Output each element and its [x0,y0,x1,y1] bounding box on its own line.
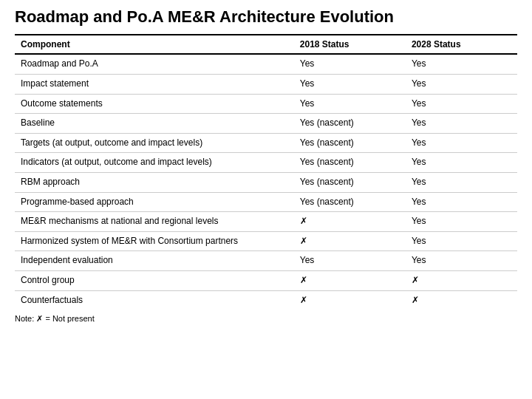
table-row: Impact statementYesYes [15,74,517,94]
cell-component: Outcome statements [15,94,294,114]
table-row: RBM approachYes (nascent)Yes [15,172,517,192]
cell-2018: Yes (nascent) [294,192,406,212]
cell-2018: ✗ [294,212,406,232]
cell-2028: Yes [406,153,517,173]
table-row: Independent evaluationYesYes [15,251,517,271]
cell-component: Programme-based approach [15,192,294,212]
table-row: Harmonized system of ME&R with Consortiu… [15,231,517,251]
cell-2018: Yes [294,74,406,94]
cell-2018: ✗ [294,231,406,251]
cell-component: Indicators (at output, outcome and impac… [15,153,294,173]
cell-2018: Yes (nascent) [294,172,406,192]
cell-2028: Yes [406,54,517,74]
cell-component: Targets (at output, outcome and impact l… [15,133,294,153]
cell-2028: Yes [406,172,517,192]
table-row: Programme-based approachYes (nascent)Yes [15,192,517,212]
cell-2028: Yes [406,74,517,94]
note: Note: ✗ = Not present [15,314,517,324]
cell-2028: Yes [406,133,517,153]
table-header-row: Component 2018 Status 2028 Status [15,35,517,54]
cell-2018: Yes [294,94,406,114]
table-row: Counterfactuals✗✗ [15,290,517,310]
cell-2028: ✗ [406,290,517,310]
table-row: Outcome statementsYesYes [15,94,517,114]
cell-component: Roadmap and Po.A [15,54,294,74]
table-row: ME&R mechanisms at national and regional… [15,212,517,232]
main-table: Component 2018 Status 2028 Status Roadma… [15,34,517,310]
cell-2018: Yes (nascent) [294,153,406,173]
cell-component: Harmonized system of ME&R with Consortiu… [15,231,294,251]
table-row: Roadmap and Po.AYesYes [15,54,517,74]
cell-component: Control group [15,270,294,290]
cell-2018: ✗ [294,270,406,290]
cell-component: RBM approach [15,172,294,192]
cell-2028: Yes [406,212,517,232]
table-row: BaselineYes (nascent)Yes [15,114,517,134]
cell-2028: ✗ [406,270,517,290]
cell-2028: Yes [406,114,517,134]
cell-component: Impact statement [15,74,294,94]
table-row: Targets (at output, outcome and impact l… [15,133,517,153]
page-title: Roadmap and Po.A ME&R Architecture Evolu… [15,7,517,27]
cell-component: Baseline [15,114,294,134]
cell-component: Independent evaluation [15,251,294,271]
table-row: Indicators (at output, outcome and impac… [15,153,517,173]
header-2018: 2018 Status [294,35,406,54]
header-component: Component [15,35,294,54]
cell-component: Counterfactuals [15,290,294,310]
cell-component: ME&R mechanisms at national and regional… [15,212,294,232]
cell-2018: ✗ [294,290,406,310]
header-2028: 2028 Status [406,35,517,54]
cell-2028: Yes [406,251,517,271]
cell-2018: Yes [294,54,406,74]
cell-2018: Yes (nascent) [294,133,406,153]
table-row: Control group✗✗ [15,270,517,290]
cell-2028: Yes [406,192,517,212]
cell-2028: Yes [406,231,517,251]
cell-2018: Yes [294,251,406,271]
cell-2028: Yes [406,94,517,114]
cell-2018: Yes (nascent) [294,114,406,134]
